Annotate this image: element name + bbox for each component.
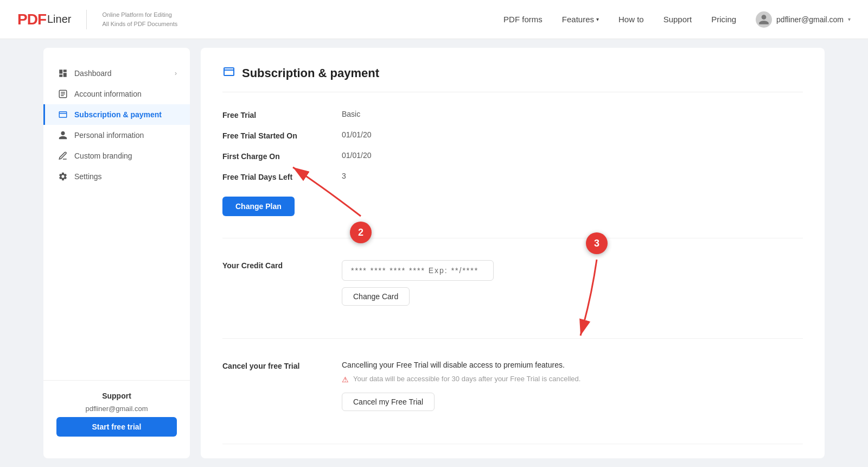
nav-pricing[interactable]: Pricing [711, 15, 736, 24]
nav-how-to[interactable]: How to [618, 15, 644, 24]
cancel-section: Cancel your free Trial Cancelling your F… [222, 361, 803, 444]
change-plan-button[interactable]: Change Plan [222, 197, 295, 216]
days-left-label: Free Trial Days Left [222, 172, 342, 181]
cancel-warning: ⚠ Your data will be accessible for 30 da… [342, 375, 580, 384]
logo-wrap: PDF Liner Online Platform for Editing Al… [17, 10, 177, 29]
sidebar-item-dashboard[interactable]: Dashboard › [43, 63, 190, 84]
credit-card-info: **** **** **** **** Exp: **/**** Change … [342, 260, 494, 306]
logo-pdf: PDF [17, 11, 46, 28]
trial-started-label: Free Trial Started On [222, 130, 342, 140]
user-chevron-icon: ▾ [848, 16, 851, 22]
svg-rect-3 [61, 95, 63, 96]
sidebar-item-branding[interactable]: Custom branding [43, 146, 190, 166]
nav-features[interactable]: Features ▾ [562, 15, 599, 24]
subscription-icon [58, 110, 68, 119]
user-email: pdfliner@gmail.com [776, 15, 844, 24]
credit-card-value: **** **** **** **** Exp: **/**** [342, 260, 494, 281]
sidebar-footer: Support pdfliner@gmail.com Start free tr… [43, 380, 190, 447]
logo-subtitle: Online Platform for Editing All Kinds of… [102, 10, 177, 28]
page-title: Subscription & payment [242, 66, 379, 80]
page-title-wrap: Subscription & payment [222, 65, 803, 92]
dashboard-arrow-icon: › [175, 70, 177, 77]
cancel-trial-button[interactable]: Cancel my Free Trial [342, 393, 435, 411]
field-first-charge: First Charge On 01/01/20 [222, 151, 803, 161]
field-trial-started: Free Trial Started On 01/01/20 [222, 130, 803, 140]
subscription-title-icon [222, 65, 235, 81]
free-trial-label: Free Trial [222, 110, 342, 119]
cancel-label: Cancel your free Trial [222, 361, 342, 370]
cancel-info: Cancelling your Free Trial will disable … [342, 361, 580, 411]
subscription-section: Free Trial Basic Free Trial Started On 0… [222, 110, 803, 238]
features-chevron-icon: ▾ [596, 16, 599, 22]
dashboard-icon [58, 68, 68, 78]
svg-rect-1 [61, 92, 65, 93]
content-area: Subscription & payment Free Trial Basic … [201, 48, 825, 458]
free-trial-value: Basic [342, 110, 360, 118]
sidebar: Dashboard › Account information [43, 48, 190, 458]
sidebar-item-subscription[interactable]: Subscription & payment [43, 104, 190, 125]
trial-started-value: 01/01/20 [342, 130, 372, 139]
settings-icon [58, 172, 68, 181]
field-credit-card: Your Credit Card **** **** **** **** Exp… [222, 260, 803, 306]
field-days-left: Free Trial Days Left 3 [222, 172, 803, 181]
credit-card-icon [222, 65, 235, 78]
user-avatar-icon [758, 14, 770, 26]
user-menu[interactable]: pdfliner@gmail.com ▾ [756, 11, 851, 28]
support-label: Support [102, 392, 131, 400]
sidebar-nav: Dashboard › Account information [43, 59, 190, 380]
person-icon [58, 130, 68, 140]
nav-support[interactable]: Support [663, 15, 692, 24]
field-free-trial: Free Trial Basic [222, 110, 803, 119]
logo[interactable]: PDF Liner [17, 11, 71, 28]
main-layout: Dashboard › Account information [0, 39, 868, 467]
svg-rect-2 [61, 93, 65, 94]
nav-pdf-forms[interactable]: PDF forms [503, 15, 542, 24]
sidebar-item-settings[interactable]: Settings [43, 166, 190, 187]
sidebar-item-personal[interactable]: Personal information [43, 125, 190, 146]
field-cancel: Cancel your free Trial Cancelling your F… [222, 361, 803, 411]
branding-icon [58, 151, 68, 161]
credit-card-section: Your Credit Card **** **** **** **** Exp… [222, 260, 803, 339]
logo-liner: Liner [47, 13, 71, 26]
first-charge-label: First Charge On [222, 151, 342, 161]
change-card-button[interactable]: Change Card [342, 287, 410, 306]
cancel-warning-text: Your data will be accessible for 30 days… [353, 375, 580, 383]
support-email: pdfliner@gmail.com [85, 405, 148, 413]
account-icon [58, 89, 68, 99]
annotation-3: 3 [586, 232, 608, 254]
warning-icon: ⚠ [342, 375, 349, 384]
header: PDF Liner Online Platform for Editing Al… [0, 0, 868, 39]
days-left-value: 3 [342, 172, 346, 180]
start-trial-button[interactable]: Start free trial [56, 417, 177, 437]
first-charge-value: 01/01/20 [342, 151, 372, 160]
main-nav: PDF forms Features ▾ How to Support Pric… [503, 15, 736, 24]
credit-card-label: Your Credit Card [222, 260, 342, 270]
cancel-description: Cancelling your Free Trial will disable … [342, 361, 580, 369]
sidebar-item-account[interactable]: Account information [43, 84, 190, 104]
avatar [756, 11, 772, 28]
logo-divider [86, 10, 87, 29]
annotation-2: 2 [350, 222, 372, 243]
